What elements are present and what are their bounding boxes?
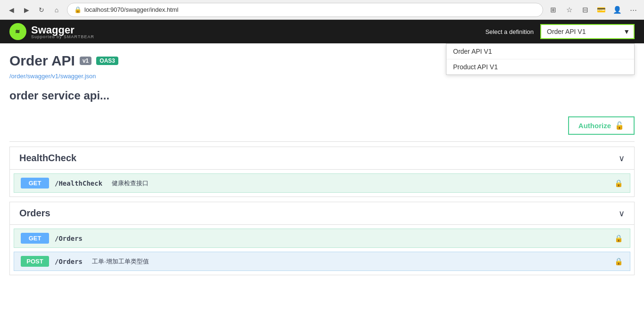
healthcheck-get-endpoint[interactable]: GET /HealthCheck 健康检查接口 🔒 bbox=[14, 173, 630, 193]
orders-chevron-icon: ∨ bbox=[619, 208, 625, 219]
healthcheck-lock-icon: 🔒 bbox=[614, 179, 623, 188]
swagger-logo-sub: Supported by SMARTBEAR bbox=[31, 34, 94, 39]
extensions-button[interactable]: ⊞ bbox=[547, 4, 559, 16]
collections-button[interactable]: ⊟ bbox=[579, 4, 591, 16]
authorize-label: Authorize bbox=[578, 122, 611, 130]
orders-post-endpoint[interactable]: POST /Orders 工单·增加工单类型值 🔒 bbox=[14, 252, 630, 271]
swagger-navbar: ≋ Swagger Supported by SMARTBEAR Select … bbox=[0, 20, 644, 43]
browser-chrome: ◀ ▶ ↻ ⌂ 🔒 localhost:9070/swagger/index.h… bbox=[0, 0, 644, 20]
reload-button[interactable]: ↻ bbox=[35, 3, 48, 16]
orders-section-header[interactable]: Orders ∨ bbox=[10, 202, 634, 225]
lock-icon: 🔒 bbox=[74, 6, 82, 13]
authorize-row: Authorize 🔓 bbox=[9, 112, 635, 142]
healthcheck-section-header[interactable]: HealthCheck ∨ bbox=[10, 147, 634, 170]
dropdown-item-order-api-v1[interactable]: Order API V1 bbox=[446, 44, 634, 59]
definition-dropdown: Order API V1 Product API V1 bbox=[446, 43, 635, 75]
api-title: Order API bbox=[9, 53, 75, 69]
back-button[interactable]: ◀ bbox=[5, 3, 18, 16]
healthcheck-desc: 健康检查接口 bbox=[112, 179, 149, 188]
definition-select-wrapper: Order API V1Product API V1 ▼ bbox=[540, 24, 635, 39]
orders-get-path: /Orders bbox=[55, 235, 83, 242]
browser-nav-buttons: ◀ ▶ ↻ ⌂ bbox=[5, 3, 63, 16]
url-text: localhost:9070/swagger/index.html bbox=[84, 6, 178, 13]
orders-get-endpoint[interactable]: GET /Orders 🔒 bbox=[14, 229, 630, 248]
definition-selector-area: Select a definition Order API V1Product … bbox=[485, 24, 635, 39]
definition-select[interactable]: Order API V1Product API V1 bbox=[540, 24, 635, 39]
orders-get-lock-icon: 🔒 bbox=[614, 234, 623, 243]
dropdown-item-product-api-v1[interactable]: Product API V1 bbox=[446, 59, 634, 74]
healthcheck-chevron-icon: ∨ bbox=[619, 153, 625, 164]
address-bar[interactable]: 🔒 localhost:9070/swagger/index.html bbox=[67, 3, 543, 17]
browser-toolbar-right: ⊞ ☆ ⊟ 💳 👤 ⋯ bbox=[547, 4, 639, 16]
healthcheck-title: HealthCheck bbox=[19, 153, 76, 164]
orders-get-badge: GET bbox=[21, 233, 49, 244]
home-button[interactable]: ⌂ bbox=[50, 3, 63, 16]
orders-post-badge: POST bbox=[21, 256, 49, 267]
menu-button[interactable]: ⋯ bbox=[627, 4, 639, 16]
swagger-logo-icon: ≋ bbox=[9, 23, 26, 40]
svg-text:≋: ≋ bbox=[15, 28, 20, 35]
api-description: order service api... bbox=[9, 89, 635, 102]
orders-title: Orders bbox=[19, 208, 50, 219]
badge-oas3: OAS3 bbox=[96, 57, 118, 65]
select-definition-label: Select a definition bbox=[485, 28, 534, 35]
swagger-content: Order API v1 OAS3 /order/swagger/v1/swag… bbox=[0, 43, 644, 275]
healthcheck-section: HealthCheck ∨ GET /HealthCheck 健康检查接口 🔒 bbox=[9, 147, 635, 197]
orders-post-desc: 工单·增加工单类型值 bbox=[92, 257, 149, 266]
badge-v1: v1 bbox=[80, 57, 91, 65]
profile-button[interactable]: 👤 bbox=[611, 4, 623, 16]
wallet-button[interactable]: 💳 bbox=[595, 4, 607, 16]
authorize-button[interactable]: Authorize 🔓 bbox=[568, 116, 635, 135]
unlocked-lock-icon: 🔓 bbox=[615, 121, 624, 130]
favorites-button[interactable]: ☆ bbox=[563, 4, 575, 16]
forward-button[interactable]: ▶ bbox=[20, 3, 33, 16]
orders-post-lock-icon: 🔒 bbox=[614, 257, 623, 266]
swagger-logo: ≋ Swagger Supported by SMARTBEAR bbox=[9, 23, 94, 40]
healthcheck-get-badge: GET bbox=[21, 178, 49, 189]
orders-section: Orders ∨ GET /Orders 🔒 POST /Orders 工单·增… bbox=[9, 202, 635, 275]
swagger-logo-text-group: Swagger Supported by SMARTBEAR bbox=[31, 24, 94, 39]
orders-post-path: /Orders bbox=[55, 258, 83, 265]
healthcheck-path: /HealthCheck bbox=[55, 180, 102, 187]
